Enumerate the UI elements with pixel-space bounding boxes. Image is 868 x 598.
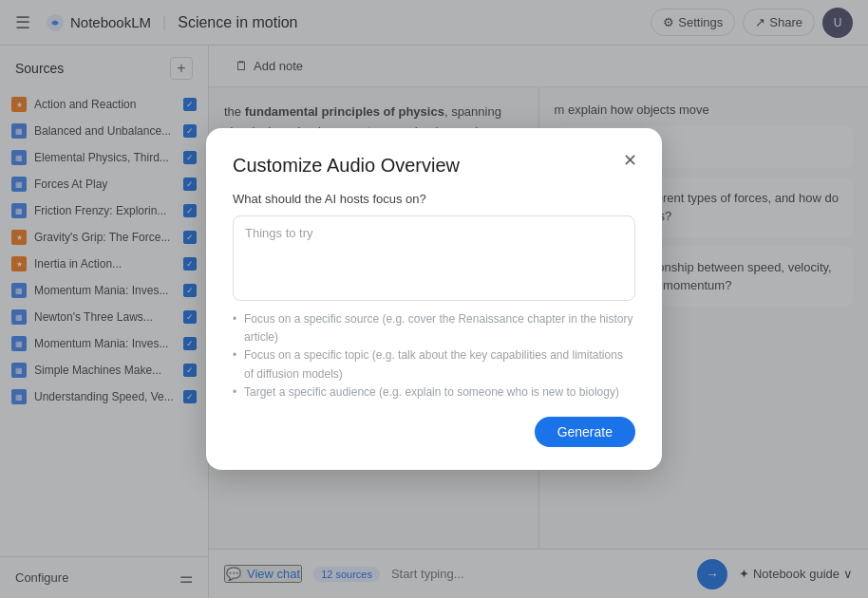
placeholder-list: Focus on a specific source (e.g. cover t… [233,310,635,402]
modal-title: Customize Audio Overview [233,155,635,177]
modal-overlay: ✕ Customize Audio Overview What should t… [0,0,868,598]
modal-close-button[interactable]: ✕ [616,147,643,174]
customize-audio-modal: ✕ Customize Audio Overview What should t… [206,128,662,470]
placeholder-item: Focus on a specific topic (e.g. talk abo… [233,346,635,383]
generate-button[interactable]: Generate [535,417,635,447]
textarea-container: Focus on a specific source (e.g. cover t… [233,215,635,402]
focus-textarea[interactable] [233,215,635,301]
placeholder-item: Focus on a specific source (e.g. cover t… [233,310,635,346]
modal-subtitle: What should the AI hosts focus on? [233,192,635,206]
placeholder-item: Target a specific audience (e.g. explain… [233,383,635,402]
modal-footer: Generate [233,417,635,447]
